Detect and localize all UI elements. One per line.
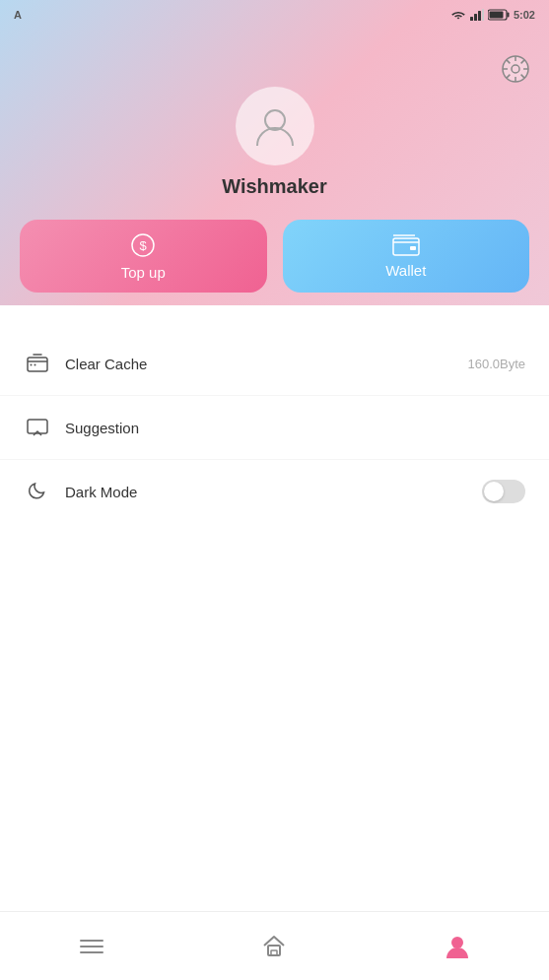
svg-text:$: $ <box>140 238 148 253</box>
status-left-icon: A <box>14 9 22 21</box>
svg-rect-30 <box>271 950 277 955</box>
svg-rect-2 <box>478 11 481 21</box>
cache-icon <box>24 350 51 377</box>
action-buttons: $ Top up Wallet <box>0 220 549 293</box>
settings-button[interactable] <box>502 55 529 83</box>
suggestion-icon <box>24 414 51 441</box>
clear-cache-value: 160.0Byte <box>467 357 525 371</box>
battery-icon <box>488 9 510 21</box>
avatar <box>236 87 314 165</box>
profile-section: Wishmaker <box>0 28 549 220</box>
nav-profile[interactable] <box>423 924 492 969</box>
moon-icon <box>24 478 51 505</box>
wallet-label: Wallet <box>385 262 426 279</box>
svg-point-31 <box>451 937 463 948</box>
svg-point-23 <box>31 364 33 366</box>
status-bar: A 5:02 <box>0 0 549 28</box>
svg-rect-1 <box>474 14 477 21</box>
bottom-nav <box>0 911 549 980</box>
menu-icon <box>77 932 106 961</box>
svg-rect-6 <box>489 12 503 19</box>
username: Wishmaker <box>222 175 327 198</box>
clear-cache-label: Clear Cache <box>65 356 467 372</box>
wifi-icon <box>450 9 466 21</box>
svg-rect-3 <box>482 9 484 21</box>
status-time: 5:02 <box>514 9 535 21</box>
nav-menu[interactable] <box>57 924 126 969</box>
content-section: Clear Cache 160.0Byte Suggestion Dark Mo… <box>0 322 549 913</box>
svg-rect-21 <box>410 246 416 250</box>
topup-button[interactable]: $ Top up <box>20 220 267 293</box>
topup-label: Top up <box>121 264 166 281</box>
nav-home[interactable] <box>240 924 309 969</box>
home-icon <box>259 932 289 961</box>
person-icon <box>443 932 472 961</box>
svg-rect-5 <box>507 13 509 18</box>
svg-rect-0 <box>470 17 473 21</box>
suggestion-item[interactable]: Suggestion <box>0 396 549 460</box>
svg-point-24 <box>34 364 36 366</box>
suggestion-label: Suggestion <box>65 420 525 436</box>
clear-cache-item[interactable]: Clear Cache 160.0Byte <box>0 332 549 396</box>
signal-icon <box>470 9 484 21</box>
dark-mode-toggle[interactable] <box>482 480 525 503</box>
status-right: 5:02 <box>450 9 535 21</box>
dark-mode-item[interactable]: Dark Mode <box>0 460 549 523</box>
dark-mode-label: Dark Mode <box>65 484 482 500</box>
wallet-button[interactable]: Wallet <box>283 220 530 293</box>
